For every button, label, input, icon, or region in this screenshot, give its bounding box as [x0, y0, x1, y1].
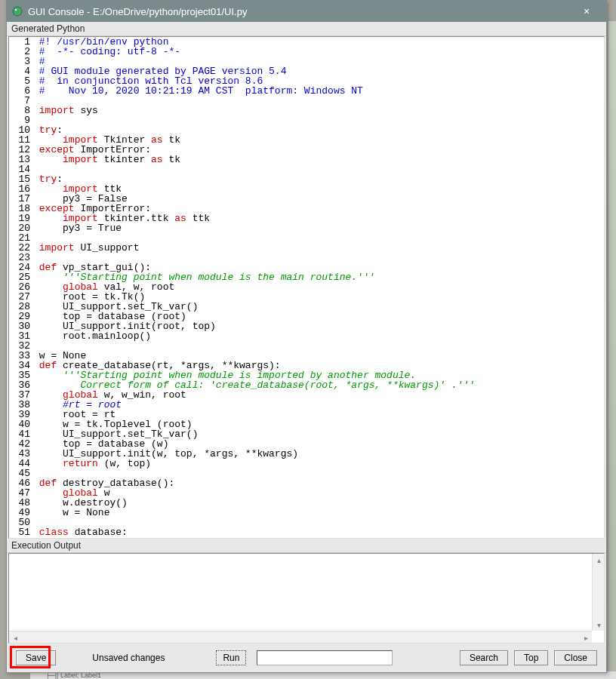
code-line[interactable]: 31 root.mainloop() — [9, 331, 604, 341]
output-box[interactable]: ▴ ▾ ◂ ▸ — [8, 553, 605, 644]
line-body[interactable]: import sys — [33, 106, 98, 115]
code-line[interactable]: 2 # -*- coding: utf-8 -*- — [9, 47, 604, 57]
execution-output-label: Execution Output — [7, 539, 606, 553]
svg-point-1 — [15, 9, 17, 11]
line-number: 51 — [9, 527, 33, 537]
output-section: ▴ ▾ ◂ ▸ — [8, 553, 605, 644]
code-line[interactable]: 7 — [9, 96, 604, 106]
save-button[interactable]: Save — [16, 650, 56, 665]
code-line[interactable]: 20 py3 = True — [9, 223, 604, 233]
run-button[interactable]: Run — [216, 650, 246, 665]
line-body[interactable]: # Nov 10, 2020 10:21:19 AM CST platform:… — [33, 86, 363, 96]
scroll-up-icon[interactable]: ▴ — [593, 554, 605, 566]
code-area: 1 #! /usr/bin/env python2 # -*- coding: … — [8, 36, 605, 539]
line-body[interactable]: import tkinter as tk — [33, 155, 180, 164]
line-body[interactable]: # -*- coding: utf-8 -*- — [33, 47, 180, 57]
app-icon — [11, 5, 23, 17]
top-button[interactable]: Top — [514, 650, 548, 665]
code-line[interactable]: 44 return (w, top) — [9, 459, 604, 469]
svg-point-0 — [13, 7, 22, 16]
line-body[interactable]: import UI_support — [33, 243, 139, 253]
background-strip — [608, 21, 616, 679]
code-line[interactable]: 32 — [9, 341, 604, 351]
scroll-right-icon[interactable]: ▸ — [580, 631, 592, 644]
generated-python-label: Generated Python — [7, 22, 606, 36]
code-line[interactable]: 51 class database: — [9, 527, 604, 537]
output-scrollbar-vertical[interactable]: ▴ ▾ — [592, 554, 604, 631]
code-line[interactable]: 8 import sys — [9, 106, 604, 115]
code-line[interactable]: 6 # Nov 10, 2020 10:21:19 AM CST platfor… — [9, 86, 604, 96]
scroll-down-icon[interactable]: ▾ — [593, 619, 605, 631]
gui-console-window: GUI Console - E:/OneDrive/python/project… — [6, 0, 607, 673]
scroll-left-icon[interactable]: ◂ — [9, 631, 21, 644]
line-body[interactable]: w = None — [33, 508, 109, 518]
line-body[interactable]: root.mainloop() — [33, 331, 151, 341]
code-content[interactable]: 1 #! /usr/bin/env python2 # -*- coding: … — [9, 37, 604, 537]
bottom-toolbar: Save Unsaved changes Run Search Top Clos… — [7, 644, 606, 672]
output-scrollbar-horizontal[interactable]: ◂ ▸ — [9, 631, 592, 643]
code-scroll[interactable]: 1 #! /usr/bin/env python2 # -*- coding: … — [9, 37, 604, 538]
unsaved-status: Unsaved changes — [92, 653, 165, 663]
line-body[interactable]: return (w, top) — [33, 459, 151, 469]
code-line[interactable]: 14 — [9, 164, 604, 174]
line-body[interactable]: class database: — [33, 527, 128, 537]
code-line[interactable]: 13 import tkinter as tk — [9, 155, 604, 164]
window-close-button[interactable]: × — [571, 1, 602, 22]
titlebar[interactable]: GUI Console - E:/OneDrive/python/project… — [7, 1, 606, 22]
window-title: GUI Console - E:/OneDrive/python/project… — [28, 6, 571, 17]
search-input[interactable] — [257, 650, 393, 665]
close-button[interactable]: Close — [554, 650, 597, 665]
search-button[interactable]: Search — [460, 650, 508, 665]
code-line[interactable]: 9 — [9, 115, 604, 125]
line-body[interactable]: py3 = True — [33, 223, 122, 233]
code-line[interactable]: 22 import UI_support — [9, 243, 604, 253]
code-line[interactable]: 49 w = None — [9, 508, 604, 518]
